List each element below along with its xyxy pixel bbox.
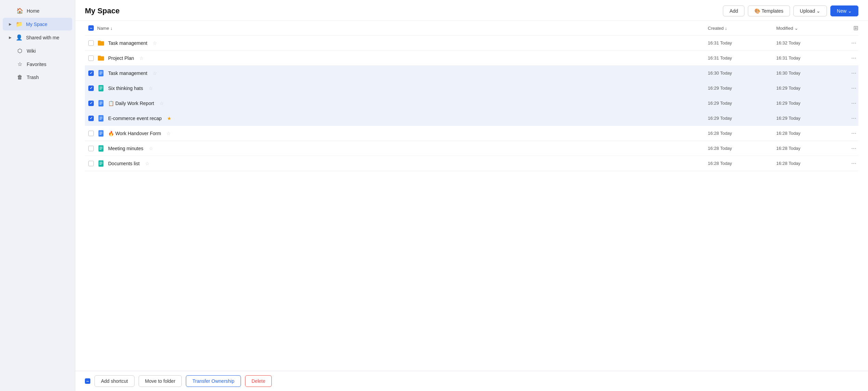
created-date: 16:31 Today bbox=[708, 55, 776, 61]
svg-rect-5 bbox=[99, 87, 102, 87]
file-name: 🔥 Work Handover Form bbox=[108, 131, 161, 136]
name-cell: 🔥 Work Handover Form ☆ bbox=[97, 130, 708, 137]
wiki-icon: ⬡ bbox=[16, 48, 23, 54]
more-options-button[interactable]: ··· bbox=[849, 99, 858, 107]
row-checkbox[interactable] bbox=[88, 146, 94, 151]
svg-rect-2 bbox=[99, 73, 102, 73]
star-icon[interactable]: ☆ bbox=[139, 55, 144, 61]
folder-icon bbox=[97, 39, 105, 47]
move-to-folder-button[interactable]: Move to folder bbox=[139, 375, 182, 387]
table-row[interactable]: Task management ☆ 16:31 Today 16:32 Toda… bbox=[85, 36, 858, 51]
row-checkbox[interactable] bbox=[88, 116, 94, 121]
more-cell: ··· bbox=[845, 114, 858, 122]
more-options-button[interactable]: ··· bbox=[849, 129, 858, 138]
page-title: My Space bbox=[85, 6, 120, 15]
row-checkbox-cell bbox=[85, 40, 97, 46]
sidebar-arrow: ▶ bbox=[9, 36, 12, 39]
home-icon: 🏠 bbox=[16, 8, 23, 14]
favorites-icon: ☆ bbox=[16, 61, 23, 67]
row-checkbox[interactable] bbox=[88, 40, 94, 46]
doc-icon bbox=[97, 100, 105, 107]
delete-button[interactable]: Delete bbox=[245, 375, 272, 387]
header-actions: Add 🎨 Templates Upload ⌄ New ⌄ bbox=[723, 5, 858, 16]
doc-icon bbox=[97, 84, 105, 92]
row-checkbox[interactable] bbox=[88, 55, 94, 61]
file-name: Task management bbox=[108, 70, 147, 76]
table-row[interactable]: Meeting minutes ☆ 16:28 Today 16:28 Toda… bbox=[85, 141, 858, 156]
sidebar-item-home[interactable]: 🏠 Home bbox=[3, 4, 72, 17]
star-icon[interactable]: ☆ bbox=[159, 101, 164, 106]
star-icon[interactable]: ☆ bbox=[166, 131, 171, 136]
svg-rect-26 bbox=[99, 163, 102, 163]
sidebar-label-trash: Trash bbox=[27, 75, 39, 80]
row-checkbox[interactable] bbox=[88, 161, 94, 166]
table-row[interactable]: Task management ☆ 16:30 Today 16:30 Toda… bbox=[85, 66, 858, 81]
modified-date: 16:30 Today bbox=[776, 70, 845, 76]
table-body: Task management ☆ 16:31 Today 16:32 Toda… bbox=[85, 36, 858, 171]
modified-column-header[interactable]: Modified ⌄ bbox=[776, 26, 845, 31]
star-icon[interactable]: ☆ bbox=[149, 86, 153, 91]
sidebar-arrow: ▶ bbox=[9, 22, 12, 26]
more-options-button[interactable]: ··· bbox=[849, 159, 858, 168]
more-options-button[interactable]: ··· bbox=[849, 84, 858, 92]
table-row[interactable]: 🔥 Work Handover Form ☆ 16:28 Today 16:28… bbox=[85, 126, 858, 141]
star-icon[interactable]: ★ bbox=[167, 116, 171, 121]
row-checkbox[interactable] bbox=[88, 101, 94, 106]
created-date: 16:29 Today bbox=[708, 86, 776, 91]
star-icon[interactable]: ☆ bbox=[153, 40, 157, 46]
sidebar-item-favorites[interactable]: ☆ Favorites bbox=[3, 58, 72, 70]
svg-rect-17 bbox=[99, 132, 102, 132]
doc-icon bbox=[97, 115, 105, 122]
svg-rect-19 bbox=[99, 134, 101, 134]
upload-button[interactable]: Upload ⌄ bbox=[793, 5, 827, 16]
table-row[interactable]: Six thinking hats ☆ 16:29 Today 16:29 To… bbox=[85, 81, 858, 96]
row-checkbox-cell bbox=[85, 55, 97, 61]
doc-icon bbox=[97, 160, 105, 167]
templates-button[interactable]: 🎨 Templates bbox=[748, 5, 790, 16]
name-column-header[interactable]: Name ↓ bbox=[97, 26, 708, 31]
file-name: Project Plan bbox=[108, 55, 134, 61]
add-button[interactable]: Add bbox=[723, 5, 744, 16]
sidebar: 🏠 Home ▶ 📁 My Space ▶ 👤 Shared with me ⬡… bbox=[0, 0, 75, 391]
table-row[interactable]: E-commerce event recap ★ 16:29 Today 16:… bbox=[85, 111, 858, 126]
more-cell: ··· bbox=[845, 99, 858, 107]
sidebar-item-trash[interactable]: 🗑 Trash bbox=[3, 71, 72, 83]
view-toggle-button[interactable]: ⊞ bbox=[853, 24, 858, 32]
row-checkbox-cell bbox=[85, 116, 97, 121]
star-icon[interactable]: ☆ bbox=[153, 70, 157, 76]
sidebar-item-myspace[interactable]: ▶ 📁 My Space bbox=[3, 18, 72, 30]
more-options-button[interactable]: ··· bbox=[849, 39, 858, 47]
more-options-button[interactable]: ··· bbox=[849, 54, 858, 62]
more-options-button[interactable]: ··· bbox=[849, 69, 858, 77]
doc-icon bbox=[97, 130, 105, 137]
created-date: 16:29 Today bbox=[708, 101, 776, 106]
sidebar-item-wiki[interactable]: ⬡ Wiki bbox=[3, 44, 72, 57]
sidebar-item-sharedwithme[interactable]: ▶ 👤 Shared with me bbox=[3, 31, 72, 44]
select-all-checkbox[interactable] bbox=[88, 25, 94, 31]
row-checkbox[interactable] bbox=[88, 86, 94, 91]
modified-date: 16:32 Today bbox=[776, 40, 845, 45]
created-column-header[interactable]: Created ↓ bbox=[708, 26, 776, 31]
transfer-ownership-button[interactable]: Transfer Ownership bbox=[186, 375, 241, 387]
more-options-button[interactable]: ··· bbox=[849, 144, 858, 153]
svg-rect-13 bbox=[99, 117, 102, 117]
more-cell: ··· bbox=[845, 159, 858, 168]
table-row[interactable]: Project Plan ☆ 16:31 Today 16:31 Today ·… bbox=[85, 51, 858, 66]
star-icon[interactable]: ☆ bbox=[149, 146, 153, 151]
svg-rect-3 bbox=[99, 74, 101, 74]
file-name: E-commerce event recap bbox=[108, 116, 162, 121]
doc-icon bbox=[97, 69, 105, 77]
row-checkbox[interactable] bbox=[88, 131, 94, 136]
svg-rect-9 bbox=[99, 102, 102, 102]
new-button[interactable]: New ⌄ bbox=[830, 5, 858, 16]
svg-rect-10 bbox=[99, 103, 102, 103]
table-row[interactable]: Documents list ☆ 16:28 Today 16:28 Today… bbox=[85, 156, 858, 171]
add-shortcut-button[interactable]: Add shortcut bbox=[94, 375, 135, 387]
more-options-button[interactable]: ··· bbox=[849, 114, 858, 122]
table-row[interactable]: 📋 Daily Work Report ☆ 16:29 Today 16:29 … bbox=[85, 96, 858, 111]
action-bar-checkbox[interactable] bbox=[85, 378, 90, 384]
modified-date: 16:29 Today bbox=[776, 86, 845, 91]
table-header: Name ↓ Created ↓ Modified ⌄ ⊞ bbox=[85, 21, 858, 36]
row-checkbox[interactable] bbox=[88, 70, 94, 76]
star-icon[interactable]: ☆ bbox=[145, 161, 150, 166]
